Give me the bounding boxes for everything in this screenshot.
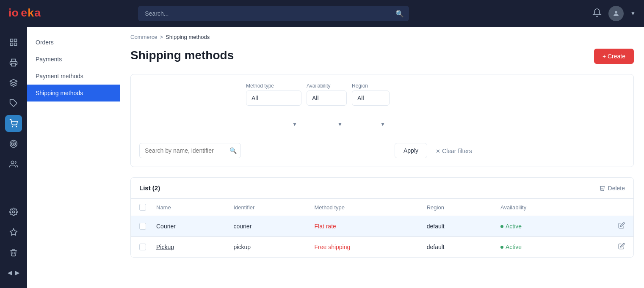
availability-label: Availability xyxy=(307,83,347,89)
logo[interactable]: io e k a xyxy=(8,5,42,22)
page-header: Shipping methods + Create xyxy=(120,40,644,74)
list-header: List (2) Delete xyxy=(131,178,633,199)
region-select-wrap: All default ▼ xyxy=(352,91,390,158)
svg-text:k: k xyxy=(28,6,34,19)
row-2-checkbox[interactable] xyxy=(139,244,146,250)
filter-section: 🔍 Method type All Flat rate Free shippin… xyxy=(130,74,634,167)
sidebar-icon-settings[interactable] xyxy=(5,203,22,220)
svg-rect-8 xyxy=(14,43,17,46)
topbar: io e k a 🔍 ▼ xyxy=(0,0,644,27)
method-type-label: Method type xyxy=(246,83,301,89)
svg-rect-9 xyxy=(11,63,16,66)
sidebar-icon-star[interactable] xyxy=(5,224,22,241)
search-input[interactable] xyxy=(138,6,409,21)
filter-search-wrap: 🔍 xyxy=(139,143,241,158)
region-filter: Region All default ▼ xyxy=(352,83,390,158)
row-2-edit-icon[interactable] xyxy=(618,243,625,251)
svg-point-4 xyxy=(615,11,617,14)
sidebar-item-orders[interactable]: Orders xyxy=(27,34,120,51)
content-area: Commerce > Shipping methods Shipping met… xyxy=(120,27,644,288)
row-1-status-dot xyxy=(500,225,503,228)
sidebar-icon-collapse[interactable]: ◄► xyxy=(5,264,22,281)
avatar[interactable] xyxy=(608,6,624,21)
row-2-status-dot xyxy=(500,246,503,249)
filter-search-input[interactable] xyxy=(139,143,241,158)
method-type-chevron-icon: ▼ xyxy=(292,121,297,127)
region-select[interactable]: All default xyxy=(352,91,390,106)
col-header-identifier: Identifier xyxy=(225,199,306,216)
svg-rect-5 xyxy=(11,39,13,42)
table-row: Pickup pickup Free shipping default xyxy=(131,237,633,258)
topbar-right: ▼ xyxy=(592,6,636,21)
filter-row: 🔍 Method type All Flat rate Free shippin… xyxy=(139,83,625,158)
sidebar-nav: Orders Payments Payment methods Shipping… xyxy=(27,27,120,288)
row-1-region: default xyxy=(418,216,492,237)
row-1-name: Courier xyxy=(148,216,225,237)
sidebar-item-payments[interactable]: Payments xyxy=(27,51,120,68)
sidebar-icon-dashboard[interactable] xyxy=(5,34,22,51)
sidebar-item-shipping-methods[interactable]: Shipping methods xyxy=(27,85,120,101)
delete-button[interactable]: Delete xyxy=(599,185,625,192)
col-header-region: Region xyxy=(418,199,492,216)
col-header-name: Name xyxy=(148,199,225,216)
table-body: Courier courier Flat rate default xyxy=(131,216,633,258)
svg-point-16 xyxy=(13,143,14,144)
avatar-chevron-icon: ▼ xyxy=(630,11,636,16)
breadcrumb: Commerce > Shipping methods xyxy=(120,27,644,40)
svg-point-15 xyxy=(11,142,16,146)
col-header-actions xyxy=(583,199,633,216)
sidebar-icon-layers[interactable] xyxy=(5,74,22,91)
svg-point-12 xyxy=(12,126,13,127)
svg-point-14 xyxy=(10,140,17,148)
data-table: Name Identifier Method type Region Avail… xyxy=(131,199,633,257)
sidebar-item-payment-methods[interactable]: Payment methods xyxy=(27,68,120,85)
region-chevron-icon: ▼ xyxy=(380,121,385,127)
svg-text:a: a xyxy=(34,6,41,19)
availability-filter: Availability All Active Inactive ▼ xyxy=(307,83,347,158)
list-count: List (2) xyxy=(139,184,160,192)
create-button[interactable]: + Create xyxy=(594,49,634,64)
row-1-name-link[interactable]: Courier xyxy=(156,223,176,230)
row-2-name: Pickup xyxy=(148,237,225,258)
search-icon: 🔍 xyxy=(395,10,404,18)
row-2-method-type: Free shipping xyxy=(306,237,418,258)
apply-button[interactable]: Apply xyxy=(395,143,427,158)
main-layout: ◄► Orders Payments Payment methods Shipp… xyxy=(0,27,644,288)
sidebar-icon-print[interactable] xyxy=(5,54,22,71)
sidebar-icon-trash[interactable] xyxy=(5,244,22,261)
sidebar-icon-cart[interactable] xyxy=(5,115,22,132)
content-inner: Commerce > Shipping methods Shipping met… xyxy=(120,27,644,288)
sidebar-icon-users[interactable] xyxy=(5,156,22,173)
breadcrumb-commerce[interactable]: Commerce xyxy=(130,34,158,40)
row-1-method-type: Flat rate xyxy=(306,216,418,237)
filter-search-icon: 🔍 xyxy=(229,147,237,154)
select-all-checkbox[interactable] xyxy=(139,204,146,211)
svg-rect-7 xyxy=(11,43,13,46)
row-2-name-link[interactable]: Pickup xyxy=(156,244,174,250)
region-label: Region xyxy=(352,83,390,89)
row-2-availability: Active xyxy=(492,237,583,258)
svg-text:e: e xyxy=(21,6,27,19)
row-1-edit-icon[interactable] xyxy=(618,222,625,230)
clear-filters-button[interactable]: ✕ Clear filters xyxy=(432,144,475,158)
avatar-circle xyxy=(608,6,624,21)
sidebar-icon-target[interactable] xyxy=(5,135,22,152)
svg-point-13 xyxy=(16,126,17,127)
availability-select[interactable]: All Active Inactive xyxy=(307,91,347,106)
notification-bell-icon[interactable] xyxy=(592,8,602,19)
row-1-identifier: courier xyxy=(225,216,306,237)
svg-text:io: io xyxy=(8,6,19,19)
sidebar-icon-tag[interactable] xyxy=(5,95,22,112)
row-1-checkbox[interactable] xyxy=(139,223,146,230)
method-type-select[interactable]: All Flat rate Free shipping xyxy=(246,91,301,106)
delete-trash-icon xyxy=(599,185,605,191)
breadcrumb-separator: > xyxy=(160,34,163,40)
method-type-filter: Method type All Flat rate Free shipping … xyxy=(246,83,301,158)
svg-point-18 xyxy=(13,211,15,213)
row-1-checkbox-cell xyxy=(131,216,148,237)
svg-point-17 xyxy=(11,161,14,164)
svg-rect-6 xyxy=(14,39,17,42)
table-row: Courier courier Flat rate default xyxy=(131,216,633,237)
row-2-actions xyxy=(583,237,633,258)
col-header-method-type: Method type xyxy=(306,199,418,216)
